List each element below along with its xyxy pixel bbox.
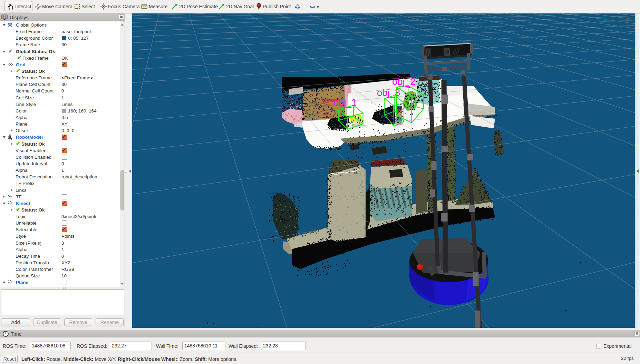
- svg-text:obj_1: obj_1: [333, 97, 357, 108]
- svg-text:obj_2: obj_2: [392, 76, 415, 87]
- svg-text:obj_3: obj_3: [377, 87, 400, 98]
